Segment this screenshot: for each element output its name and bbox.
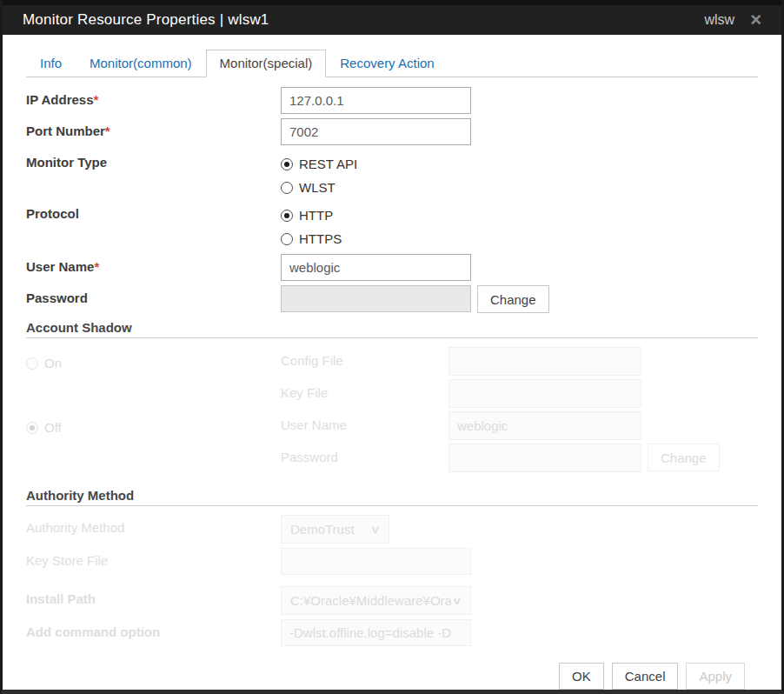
account-shadow-off-label: Off bbox=[44, 420, 62, 435]
shadow-user-name-label: User Name bbox=[281, 411, 448, 432]
port-number-row: Port Number* bbox=[26, 118, 758, 145]
key-file-input bbox=[448, 379, 641, 408]
radio-icon-checked bbox=[26, 422, 38, 434]
required-asterisk: * bbox=[94, 92, 99, 107]
monitor-type-row: Monitor Type REST API WLST bbox=[26, 150, 758, 199]
shadow-password-label: Password bbox=[281, 444, 448, 464]
password-input bbox=[281, 285, 471, 312]
protocol-option-https[interactable]: HTTPS bbox=[281, 227, 342, 250]
radio-icon bbox=[26, 357, 38, 370]
tab-monitor-special[interactable]: Monitor(special) bbox=[206, 50, 327, 77]
radio-icon-checked[interactable] bbox=[281, 210, 293, 222]
authority-method-value: DemoTrust bbox=[290, 522, 355, 537]
account-shadow-section: On Config File Key File Off User N bbox=[26, 347, 758, 472]
add-command-option-input bbox=[281, 619, 471, 646]
port-number-label: Port Number* bbox=[26, 118, 281, 138]
ip-address-label: IP Address* bbox=[26, 87, 281, 107]
port-number-label-text: Port Number bbox=[26, 123, 105, 138]
key-store-file-label: Key Store File bbox=[26, 548, 281, 568]
key-store-file-row: Key Store File bbox=[26, 548, 758, 575]
install-path-value: C:¥Oracle¥Middleware¥Ora bbox=[290, 593, 451, 608]
user-name-label: User Name* bbox=[26, 254, 281, 274]
monitor-special-form: IP Address* Port Number* Monitor Type RE… bbox=[3, 77, 781, 690]
chevron-down-icon: ∨ bbox=[370, 523, 381, 536]
add-command-option-label: Add command option bbox=[26, 619, 281, 639]
close-icon[interactable]: × bbox=[750, 11, 761, 29]
radio-icon-checked[interactable] bbox=[281, 158, 293, 170]
ip-address-row: IP Address* bbox=[26, 87, 758, 114]
dialog-footer: OK Cancel Apply bbox=[26, 663, 745, 690]
key-store-file-input bbox=[281, 548, 471, 575]
required-asterisk: * bbox=[94, 259, 99, 274]
account-shadow-on-option: On bbox=[26, 351, 281, 375]
protocol-option-label: HTTPS bbox=[299, 231, 342, 246]
protocol-label: Protocol bbox=[26, 201, 281, 221]
radio-icon[interactable] bbox=[281, 233, 293, 245]
add-command-option-row: Add command option bbox=[26, 619, 758, 646]
tab-recovery-action[interactable]: Recovery Action bbox=[326, 50, 448, 77]
monitor-type-option-rest-api[interactable]: REST API bbox=[281, 152, 357, 176]
shadow-user-name-input bbox=[448, 411, 641, 440]
radio-icon[interactable] bbox=[281, 182, 293, 194]
shadow-password-change-button: Change bbox=[648, 444, 720, 471]
monitor-type-option-label: WLST bbox=[299, 180, 336, 195]
monitor-type-label: Monitor Type bbox=[26, 150, 281, 170]
install-path-label: Install Path bbox=[26, 586, 281, 606]
shadow-password-input bbox=[448, 444, 641, 472]
cancel-button[interactable]: Cancel bbox=[612, 663, 679, 690]
titlebar: Monitor Resource Properties | wlsw1 wlsw… bbox=[0, 0, 784, 35]
authority-method-label: Authority Method bbox=[26, 515, 281, 535]
ok-button[interactable]: OK bbox=[559, 663, 604, 690]
account-shadow-heading: Account Shadow bbox=[26, 320, 758, 335]
install-path-select: C:¥Oracle¥Middleware¥Ora ∨ bbox=[281, 586, 471, 615]
authority-method-row: Authority Method DemoTrust ∨ bbox=[26, 515, 758, 544]
password-change-button[interactable]: Change bbox=[477, 285, 549, 313]
dialog-title: Monitor Resource Properties | wlsw1 bbox=[23, 11, 269, 29]
apply-button: Apply bbox=[686, 663, 745, 690]
tab-bar: Info Monitor(common) Monitor(special) Re… bbox=[26, 50, 758, 77]
monitor-resource-properties-dialog: Monitor Resource Properties | wlsw1 wlsw… bbox=[0, 0, 784, 694]
config-file-input bbox=[448, 347, 641, 376]
password-row: Password Change bbox=[26, 285, 758, 313]
key-file-label: Key File bbox=[281, 379, 448, 400]
authority-method-select: DemoTrust ∨ bbox=[281, 515, 389, 544]
monitor-type-option-wlst[interactable]: WLST bbox=[281, 176, 357, 199]
shadow-user-name-row: Off User Name bbox=[26, 411, 758, 440]
tab-monitor-common[interactable]: Monitor(common) bbox=[76, 50, 206, 77]
monitor-type-option-label: REST API bbox=[299, 157, 357, 171]
protocol-options: HTTP HTTPS bbox=[281, 201, 342, 250]
required-asterisk: * bbox=[105, 123, 110, 138]
tab-info[interactable]: Info bbox=[26, 50, 76, 77]
section-divider bbox=[26, 505, 758, 506]
protocol-option-http[interactable]: HTTP bbox=[281, 204, 342, 227]
config-file-label: Config File bbox=[281, 347, 448, 368]
config-file-row: On Config File bbox=[26, 347, 758, 376]
account-shadow-off-option: Off bbox=[26, 416, 281, 439]
shadow-password-row: Password Change bbox=[26, 444, 758, 472]
account-shadow-on-label: On bbox=[44, 356, 62, 370]
ip-address-label-text: IP Address bbox=[26, 92, 94, 107]
authority-method-section: Authority Method DemoTrust ∨ Key Store F… bbox=[26, 515, 758, 646]
port-number-input[interactable] bbox=[281, 118, 471, 145]
protocol-option-label: HTTP bbox=[299, 208, 333, 223]
chevron-down-icon: ∨ bbox=[452, 594, 462, 607]
protocol-row: Protocol HTTP HTTPS bbox=[26, 201, 758, 250]
key-file-row: Key File bbox=[26, 379, 758, 408]
monitor-type-options: REST API WLST bbox=[281, 150, 357, 199]
install-path-row: Install Path C:¥Oracle¥Middleware¥Ora ∨ bbox=[26, 586, 758, 615]
section-divider bbox=[26, 337, 758, 338]
password-label: Password bbox=[26, 285, 281, 305]
authority-method-heading: Authority Method bbox=[26, 488, 758, 503]
user-name-input[interactable] bbox=[281, 254, 471, 281]
user-name-row: User Name* bbox=[26, 254, 758, 281]
user-label: wlsw bbox=[704, 12, 734, 28]
ip-address-input[interactable] bbox=[281, 87, 471, 114]
user-name-label-text: User Name bbox=[26, 259, 94, 274]
